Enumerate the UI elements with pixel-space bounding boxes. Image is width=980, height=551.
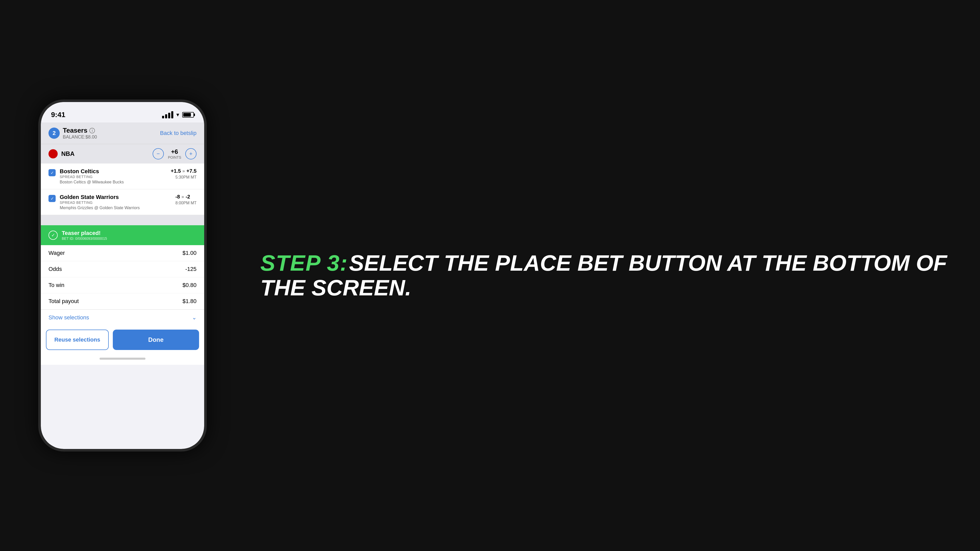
bet-time-warriors: 8:00PM MT bbox=[175, 201, 197, 205]
success-banner: ✓ Teaser placed! BET ID: 0/0006093/00000… bbox=[41, 225, 204, 245]
bet-type-celtics: SPREAD BETTING bbox=[60, 175, 167, 179]
bet-info-warriors: Golden State Warriors SPREAD BETTING Mem… bbox=[60, 194, 171, 210]
back-to-betslip-link[interactable]: Back to betslip bbox=[160, 130, 197, 137]
odds-arrow-icon: » bbox=[183, 168, 185, 174]
status-icons: ▾ bbox=[162, 111, 194, 118]
step-label: STEP 3: SELECT THE PLACE BET BUTTON AT T… bbox=[260, 251, 950, 300]
totalpayout-label: Total payout bbox=[48, 298, 79, 305]
bet-type-warriors: SPREAD BETTING bbox=[60, 200, 171, 205]
show-selections-text: Show selections bbox=[48, 314, 89, 321]
status-bar: 9:41 ▾ bbox=[41, 102, 204, 122]
phone-shell: 9:41 ▾ 2 bbox=[38, 100, 207, 451]
wager-row: Wager $1.00 bbox=[41, 245, 204, 261]
teaser-badge: 2 bbox=[48, 127, 60, 139]
bet-info-celtics: Boston Celtics SPREAD BETTING Boston Cel… bbox=[60, 168, 167, 184]
done-button[interactable]: Done bbox=[113, 330, 199, 350]
header-left: 2 Teasers i BALANCE:$8.00 bbox=[48, 127, 97, 140]
nba-logo bbox=[48, 149, 58, 159]
bet-row-celtics: ✓ Boston Celtics SPREAD BETTING Boston C… bbox=[41, 164, 204, 189]
gray-spacer bbox=[41, 215, 204, 225]
status-time: 9:41 bbox=[51, 111, 65, 119]
bet-match-celtics: Boston Celtics @ Milwaukee Bucks bbox=[60, 180, 167, 184]
wager-value: $1.00 bbox=[183, 250, 197, 256]
detail-section: Wager $1.00 Odds -125 To win $0.80 Total… bbox=[41, 245, 204, 310]
step-description-text: SELECT THE PLACE BET BUTTON AT THE BOTTO… bbox=[260, 250, 947, 300]
home-bar bbox=[100, 358, 145, 360]
bet-odds-warriors: -8 » -2 8:00PM MT bbox=[175, 194, 197, 205]
reuse-selections-button[interactable]: Reuse selections bbox=[46, 330, 109, 350]
success-check-icon: ✓ bbox=[48, 230, 58, 240]
chevron-down-icon: ⌄ bbox=[192, 314, 197, 321]
points-value: +6 bbox=[171, 148, 178, 156]
totalpayout-value: $1.80 bbox=[183, 298, 197, 305]
points-selector: NBA − +6 POINTS + bbox=[41, 144, 204, 164]
show-selections-row[interactable]: Show selections ⌄ bbox=[41, 310, 204, 326]
towin-label: To win bbox=[48, 282, 64, 289]
phone-screen: 9:41 ▾ 2 bbox=[41, 102, 204, 449]
towin-row: To win $0.80 bbox=[41, 277, 204, 293]
wifi-icon: ▾ bbox=[177, 111, 179, 118]
bet-odds-celtics: +1.5 » +7.5 5:30PM MT bbox=[171, 168, 197, 179]
battery-icon bbox=[182, 112, 194, 118]
odds-change-warriors: -8 » -2 bbox=[175, 194, 197, 200]
checkbox-celtics[interactable]: ✓ bbox=[48, 169, 56, 176]
home-indicator bbox=[41, 358, 204, 365]
points-control: − +6 POINTS + bbox=[153, 148, 197, 159]
success-title: Teaser placed! bbox=[62, 230, 107, 237]
bet-time-celtics: 5:30PM MT bbox=[171, 175, 197, 179]
success-bet-id: BET ID: 0/0006093/0000015 bbox=[62, 237, 107, 241]
odds-label: Odds bbox=[48, 266, 62, 272]
header-title: Teasers i bbox=[63, 127, 97, 135]
header-title-group: Teasers i BALANCE:$8.00 bbox=[63, 127, 97, 140]
bottom-buttons: Reuse selections Done bbox=[41, 326, 204, 358]
odds-change-celtics: +1.5 » +7.5 bbox=[171, 168, 197, 174]
odds-row: Odds -125 bbox=[41, 261, 204, 277]
info-icon[interactable]: i bbox=[89, 128, 95, 133]
checkbox-warriors[interactable]: ✓ bbox=[48, 195, 56, 202]
league-info: NBA bbox=[48, 149, 75, 159]
wager-label: Wager bbox=[48, 250, 65, 256]
league-name: NBA bbox=[61, 150, 75, 157]
decrease-points-button[interactable]: − bbox=[153, 148, 164, 159]
odds-value: -125 bbox=[185, 266, 197, 272]
success-text: Teaser placed! BET ID: 0/0006093/0000015 bbox=[62, 230, 107, 241]
odds-arrow-icon-2: » bbox=[181, 194, 184, 200]
bet-match-warriors: Memphis Grizzlies @ Golden State Warrior… bbox=[60, 206, 171, 210]
bet-row-warriors: ✓ Golden State Warriors SPREAD BETTING M… bbox=[41, 189, 204, 215]
instruction-section: STEP 3: SELECT THE PLACE BET BUTTON AT T… bbox=[230, 251, 980, 300]
phone-container: 9:41 ▾ 2 bbox=[0, 0, 230, 551]
points-label: POINTS bbox=[168, 156, 181, 159]
step-label-text: STEP 3: bbox=[260, 250, 348, 275]
points-display: +6 POINTS bbox=[168, 148, 181, 159]
bet-team-warriors: Golden State Warriors bbox=[60, 194, 171, 200]
towin-value: $0.80 bbox=[183, 282, 197, 289]
signal-icon bbox=[162, 111, 173, 118]
bet-team-celtics: Boston Celtics bbox=[60, 168, 167, 175]
header-balance: BALANCE:$8.00 bbox=[63, 135, 97, 140]
increase-points-button[interactable]: + bbox=[185, 148, 197, 159]
app-header: 2 Teasers i BALANCE:$8.00 Back to betsli… bbox=[41, 122, 204, 144]
totalpayout-row: Total payout $1.80 bbox=[41, 293, 204, 310]
